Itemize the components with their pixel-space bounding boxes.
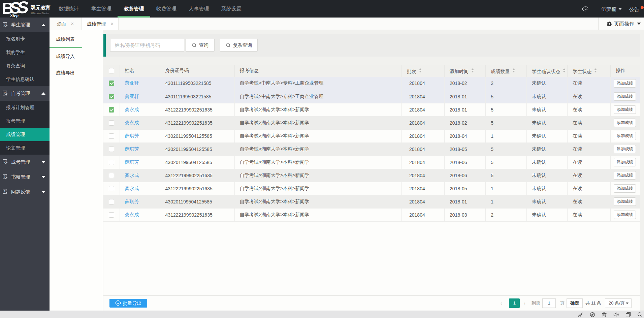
svg-text:Step: Step: [10, 13, 19, 18]
svg-text:?: ?: [4, 175, 6, 178]
svg-text:?: ?: [4, 91, 6, 95]
svg-text:?: ?: [4, 190, 6, 193]
svg-text:?: ?: [4, 160, 6, 163]
svg-text:?: ?: [4, 23, 6, 26]
